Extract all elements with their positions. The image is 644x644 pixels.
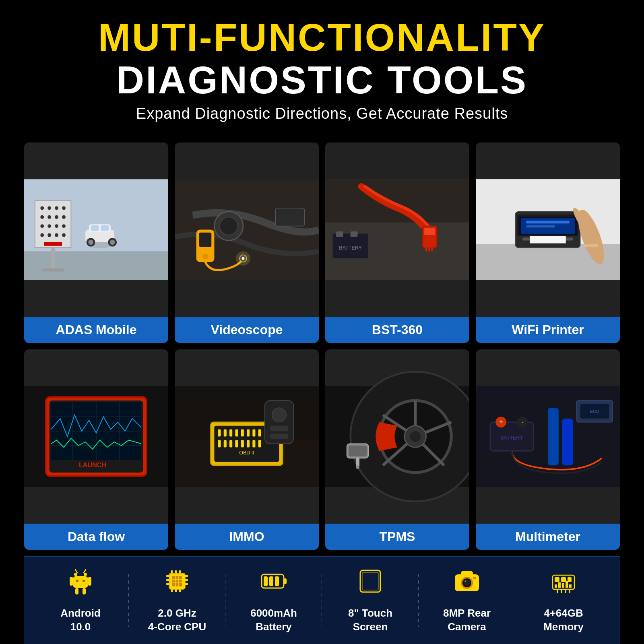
svg-rect-154 xyxy=(179,589,181,592)
svg-point-25 xyxy=(47,233,51,237)
svg-rect-30 xyxy=(42,268,64,271)
svg-rect-162 xyxy=(284,578,287,584)
svg-rect-37 xyxy=(199,233,211,247)
svg-rect-61 xyxy=(526,221,569,223)
svg-point-139 xyxy=(76,580,78,582)
memory-spec-text: 4+64GBMemory xyxy=(543,607,584,634)
svg-rect-167 xyxy=(362,572,378,590)
spec-battery: 6000mAhBattery xyxy=(225,567,322,634)
spec-memory: 4+64GBMemory xyxy=(515,567,612,634)
svg-point-118 xyxy=(410,431,421,442)
multimeter-label: Multimeter xyxy=(476,524,620,550)
screen-icon xyxy=(356,567,384,602)
android-spec-text: Android10.0 xyxy=(60,607,101,634)
svg-rect-11 xyxy=(35,201,71,248)
svg-rect-127 xyxy=(548,408,559,465)
svg-point-27 xyxy=(62,233,66,237)
svg-point-23 xyxy=(62,224,66,228)
svg-rect-48 xyxy=(428,246,430,251)
svg-rect-165 xyxy=(275,576,279,586)
spec-android: Android10.0 xyxy=(32,567,129,634)
svg-text:+: + xyxy=(499,419,502,425)
svg-rect-87 xyxy=(235,429,238,437)
svg-point-22 xyxy=(55,224,58,228)
svg-rect-28 xyxy=(44,242,62,246)
main-container: MUTI-FUNCTIONALITY DIAGNOSTIC TOOLS Expa… xyxy=(0,0,644,644)
svg-rect-91 xyxy=(258,429,261,437)
svg-rect-49 xyxy=(431,246,433,251)
svg-rect-98 xyxy=(252,440,255,448)
svg-rect-160 xyxy=(185,583,188,585)
adas-label: ADAS Mobile xyxy=(24,317,168,343)
svg-rect-136 xyxy=(88,577,91,586)
specs-bar: Android10.0 xyxy=(24,556,620,644)
svg-rect-29 xyxy=(51,248,55,269)
svg-point-19 xyxy=(62,215,66,219)
svg-rect-89 xyxy=(247,429,250,437)
svg-point-14 xyxy=(55,206,58,210)
svg-rect-169 xyxy=(461,571,473,576)
svg-line-142 xyxy=(84,570,86,573)
immo-image: OBD II xyxy=(175,349,319,524)
svg-text:-: - xyxy=(522,419,524,425)
svg-rect-152 xyxy=(171,589,173,592)
svg-rect-6 xyxy=(101,225,109,231)
svg-rect-159 xyxy=(185,579,188,581)
grid-item-immo: OBD II IMMO xyxy=(175,349,319,550)
svg-rect-178 xyxy=(568,577,572,582)
svg-rect-184 xyxy=(557,589,558,593)
svg-rect-134 xyxy=(72,576,89,588)
svg-point-34 xyxy=(220,217,238,235)
svg-rect-181 xyxy=(562,583,564,588)
android-icon xyxy=(66,567,95,602)
subtitle: Expand Diagnostic Directions, Get Accura… xyxy=(98,105,546,122)
svg-rect-187 xyxy=(569,589,570,593)
printer-image xyxy=(476,142,620,317)
svg-point-8 xyxy=(88,240,93,245)
svg-rect-128 xyxy=(562,419,573,465)
camera-spec-text: 8MP RearCamera xyxy=(443,607,491,634)
svg-text:BATTERY: BATTERY xyxy=(339,245,362,251)
videoscope-image xyxy=(175,142,319,317)
videoscope-label: Videoscope xyxy=(175,317,319,343)
cpu-icon xyxy=(163,567,191,602)
svg-rect-164 xyxy=(269,576,273,586)
svg-point-13 xyxy=(47,206,51,210)
svg-rect-166 xyxy=(360,570,380,592)
title-line1: MUTI-FUNCTIONALITY xyxy=(98,16,546,59)
svg-rect-163 xyxy=(264,576,268,586)
svg-rect-186 xyxy=(565,589,566,593)
svg-point-102 xyxy=(272,408,287,422)
printer-label: WiFi Printer xyxy=(476,317,620,343)
svg-point-10 xyxy=(110,240,115,245)
svg-rect-35 xyxy=(276,208,305,226)
svg-point-12 xyxy=(40,206,44,210)
svg-rect-62 xyxy=(526,225,555,227)
svg-rect-156 xyxy=(166,579,169,581)
immo-label: IMMO xyxy=(175,524,319,550)
svg-point-133 xyxy=(84,573,87,576)
spec-screen: 8" TouchScreen xyxy=(322,567,419,634)
svg-rect-44 xyxy=(325,179,469,222)
svg-rect-103 xyxy=(270,426,288,431)
svg-line-141 xyxy=(75,570,77,573)
svg-rect-180 xyxy=(558,582,561,588)
battery-icon xyxy=(260,567,288,602)
svg-rect-114 xyxy=(349,446,367,456)
svg-rect-153 xyxy=(175,589,177,592)
svg-rect-5 xyxy=(91,225,99,231)
svg-rect-99 xyxy=(258,440,261,448)
svg-rect-94 xyxy=(229,440,232,448)
svg-rect-135 xyxy=(70,577,73,586)
svg-rect-177 xyxy=(561,577,566,582)
svg-point-18 xyxy=(55,215,58,219)
svg-rect-176 xyxy=(555,577,559,582)
svg-point-21 xyxy=(47,224,51,228)
grid-item-bst: BATTERY BST-360 xyxy=(325,142,469,343)
svg-point-17 xyxy=(47,215,51,219)
tpms-label: TPMS xyxy=(325,524,469,550)
svg-rect-1 xyxy=(24,251,168,280)
svg-rect-151 xyxy=(179,570,181,573)
svg-rect-137 xyxy=(75,588,78,594)
grid-item-dataflow: LAUNCH Data flow xyxy=(24,349,168,550)
